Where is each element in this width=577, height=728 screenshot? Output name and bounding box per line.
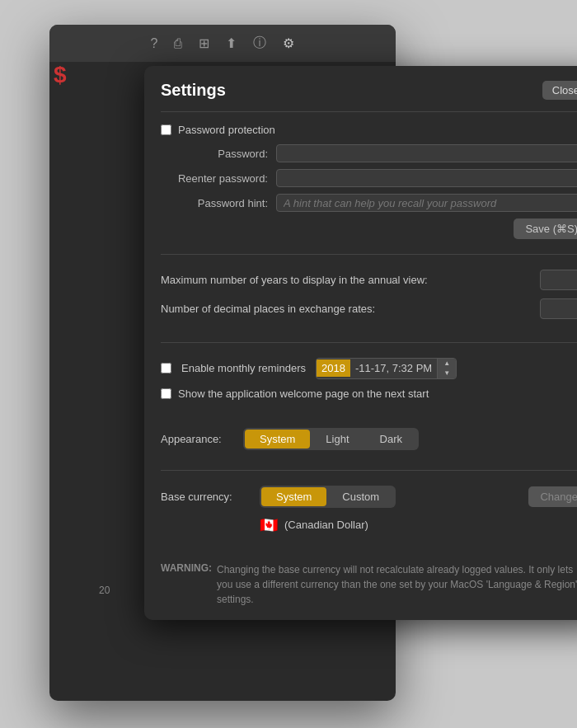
years-label: Maximum number of years to display in th… xyxy=(161,274,540,286)
date-rest: -11-17, 7:32 PM xyxy=(350,359,437,377)
warning-text: Changing the base currency will not reca… xyxy=(217,562,577,607)
appearance-label: Appearance: xyxy=(161,433,243,445)
document-icon[interactable]: ⊞ xyxy=(199,35,209,51)
section-divider-3 xyxy=(161,470,577,471)
currency-segmented-control: System Custom xyxy=(260,486,396,508)
reenter-password-row: Reenter password: xyxy=(161,169,577,187)
section-divider-2 xyxy=(161,342,577,343)
app-toolbar: ? ⎙ ⊞ ⬆ ⓘ ⚙ xyxy=(49,25,396,62)
change-button[interactable]: Change xyxy=(528,486,577,507)
save-btn-row: Save (⌘S) xyxy=(161,218,577,239)
password-label: Password: xyxy=(161,148,276,160)
password-protection-label: Password protection xyxy=(178,124,275,136)
decimal-stepper[interactable]: ▲ ▼ xyxy=(540,298,577,319)
password-section: Password protection Password: Reenter pa… xyxy=(144,112,577,251)
currency-section: Base currency: System Custom Change 🇨🇦 (… xyxy=(144,474,577,554)
welcome-label: Show the application welcome page on the… xyxy=(178,387,429,400)
reminders-row: Enable monthly reminders 2018 -11-17, 7:… xyxy=(161,358,577,378)
warning-section: WARNING: Changing the base currency will… xyxy=(144,554,577,620)
currency-flag-row: 🇨🇦 (Canadian Dollar) xyxy=(260,516,577,534)
save-button[interactable]: Save (⌘S) xyxy=(514,218,577,239)
welcome-checkbox[interactable] xyxy=(161,388,171,399)
password-protection-checkbox[interactable] xyxy=(161,124,171,135)
password-hint-label: Password hint: xyxy=(161,197,276,209)
years-row: Maximum number of years to display in th… xyxy=(161,270,577,290)
reminders-section: Enable monthly reminders 2018 -11-17, 7:… xyxy=(144,346,577,416)
print-icon[interactable]: ⎙ xyxy=(174,36,182,51)
close-button[interactable]: Close xyxy=(542,81,577,100)
currency-custom-button[interactable]: Custom xyxy=(327,487,394,506)
welcome-row: Show the application welcome page on the… xyxy=(161,387,577,400)
date-year: 2018 xyxy=(317,359,350,377)
decimal-row: Number of decimal places in exchange rat… xyxy=(161,298,577,319)
settings-modal: Settings Close Password protection Passw… xyxy=(144,66,577,620)
modal-header: Settings Close xyxy=(144,66,577,111)
reminders-checkbox[interactable] xyxy=(161,363,171,373)
appearance-system-button[interactable]: System xyxy=(245,430,310,449)
warning-row: WARNING: Changing the base currency will… xyxy=(161,562,577,607)
reenter-password-input[interactable] xyxy=(276,169,577,187)
password-input[interactable] xyxy=(276,144,577,162)
currency-system-button[interactable]: System xyxy=(261,487,326,506)
password-row: Password: xyxy=(161,144,577,162)
currency-row: Base currency: System Custom Change xyxy=(161,486,577,508)
decimal-label: Number of decimal places in exchange rat… xyxy=(161,303,540,315)
appearance-light-button[interactable]: Light xyxy=(311,430,364,449)
appearance-row: Appearance: System Light Dark xyxy=(161,428,577,450)
appearance-segmented-control: System Light Dark xyxy=(243,428,419,450)
share-icon[interactable]: ⬆ xyxy=(226,35,237,51)
canadian-flag-icon: 🇨🇦 xyxy=(260,516,278,534)
reminders-label: Enable monthly reminders xyxy=(181,362,306,374)
password-hint-input[interactable] xyxy=(276,194,577,212)
info-icon[interactable]: ⓘ xyxy=(253,35,266,52)
warning-label: WARNING: xyxy=(161,562,212,607)
settings-icon[interactable]: ⚙ xyxy=(283,35,294,51)
appearance-dark-button[interactable]: Dark xyxy=(365,430,417,449)
reenter-password-label: Reenter password: xyxy=(161,172,276,185)
years-value[interactable] xyxy=(541,272,577,288)
date-decrement[interactable]: ▼ xyxy=(440,369,453,378)
password-hint-row: Password hint: xyxy=(161,194,577,212)
date-increment[interactable]: ▲ xyxy=(440,359,453,369)
decimal-value[interactable] xyxy=(541,301,577,317)
currency-label: Base currency: xyxy=(161,491,251,503)
date-stepper[interactable]: ▲ ▼ xyxy=(437,359,456,378)
section-divider-1 xyxy=(161,254,577,255)
currency-name: (Canadian Dollar) xyxy=(284,519,368,531)
numeric-section: Maximum number of years to display in th… xyxy=(144,258,577,339)
help-icon[interactable]: ? xyxy=(151,36,158,51)
password-protection-row: Password protection xyxy=(161,124,577,136)
years-stepper[interactable]: ▲ ▼ xyxy=(540,270,577,290)
appearance-section: Appearance: System Light Dark xyxy=(144,416,577,467)
reminder-date-picker[interactable]: 2018 -11-17, 7:32 PM ▲ ▼ xyxy=(316,358,457,378)
modal-title: Settings xyxy=(161,81,226,100)
app-logo: $ xyxy=(54,62,67,88)
